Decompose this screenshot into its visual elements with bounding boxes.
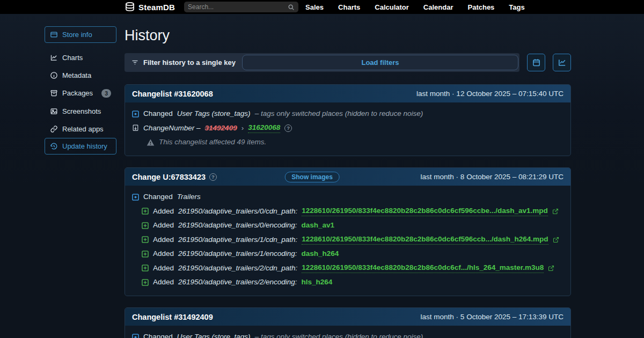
- sidebar-item-label: Packages: [62, 89, 93, 97]
- filter-row: Filter history to a single key Load filt…: [125, 53, 571, 72]
- load-filters-button[interactable]: Load filters: [242, 55, 518, 70]
- filter-bar: Filter history to a single key Load filt…: [125, 53, 519, 72]
- sidebar-item-label: Related apps: [62, 125, 104, 133]
- sidebar-item-charts[interactable]: Charts: [45, 49, 116, 67]
- added-line: Added261950/adaptive_trailers/1/encoding…: [142, 247, 564, 261]
- added-line: Added261950/adaptive_trailers/0/encoding…: [142, 218, 564, 232]
- warning-text: This changelist affected 49 items.: [159, 137, 266, 147]
- packages-count-badge: 3: [101, 89, 111, 98]
- added-prefix: Added: [153, 235, 174, 245]
- search-input[interactable]: [188, 3, 288, 11]
- page-title: History: [125, 27, 571, 44]
- added-value: dash_h264: [301, 249, 339, 259]
- sidebar-item-metadata[interactable]: Metadata: [45, 67, 116, 84]
- added-path: 261950/adaptive_trailers/1/encoding:: [178, 249, 297, 259]
- changed-note: – tags only switched places (hidden to r…: [255, 109, 423, 119]
- sidebar-item-label: Update history: [62, 142, 107, 150]
- changed-prefix: Changed: [143, 192, 173, 202]
- added-path: 261950/adaptive_trailers/0/cdn_path:: [178, 207, 297, 216]
- added-icon: [142, 251, 149, 258]
- added-icon: [142, 264, 149, 271]
- help-circle-icon[interactable]: ?: [284, 124, 292, 132]
- added-path: 261950/adaptive_trailers/2/encoding:: [178, 277, 297, 287]
- changelist-title: Change U:67833423?: [132, 173, 217, 181]
- changelist-timestamp: last month · 8 October 2025 – 08:21:29 U…: [421, 173, 564, 181]
- page-icon: [132, 124, 139, 132]
- nav-link-sales[interactable]: Sales: [305, 3, 324, 11]
- search-box: [184, 2, 298, 12]
- card-body: ChangedTrailersAdded261950/adaptive_trai…: [125, 186, 570, 296]
- changelist-title: Changelist #31492409: [132, 313, 213, 321]
- changed-icon: [132, 334, 139, 338]
- calendar-icon: [532, 58, 541, 67]
- added-line: Added261950/adaptive_trailers/0/cdn_path…: [142, 204, 564, 218]
- card-header: Changelist #31492409last month · 5 Octob…: [125, 308, 570, 326]
- added-value: hls_h264: [301, 277, 332, 287]
- added-path: 261950/adaptive_trailers/1/cdn_path:: [178, 235, 297, 245]
- nav-link-calculator[interactable]: Calculator: [375, 3, 409, 11]
- card-icon: [50, 31, 58, 39]
- changenumber-label: ChangeNumber –: [143, 123, 201, 133]
- changed-note: – tags only switched places (hidden to r…: [255, 332, 423, 338]
- changenumber-new-value[interactable]: 31620068: [248, 123, 280, 133]
- changelist-title: Changelist #31620068: [132, 90, 213, 98]
- calendar-view-button[interactable]: [527, 54, 545, 71]
- added-prefix: Added: [153, 207, 174, 216]
- card-body: ChangedUser Tags (store_tags)– tags only…: [125, 326, 570, 338]
- chart-icon: [50, 54, 58, 62]
- added-value: dash_av1: [301, 221, 334, 230]
- sidebar-item-label: Screenshots: [62, 107, 101, 115]
- sidebar-item-screenshots[interactable]: Screenshots: [45, 102, 116, 120]
- search-icon: [288, 4, 295, 11]
- changelist-card: Changelist #31492409last month · 5 Octob…: [125, 307, 571, 338]
- external-link-icon[interactable]: [552, 208, 559, 215]
- nav-link-charts[interactable]: Charts: [338, 3, 360, 11]
- help-circle-icon[interactable]: ?: [209, 173, 217, 181]
- nav-link-calendar[interactable]: Calendar: [423, 3, 453, 11]
- changed-subject: User Tags (store_tags): [177, 109, 251, 119]
- sidebar: Store infoChartsMetadataPackages3Screens…: [45, 26, 116, 338]
- history-cards: Changelist #31620068last month · 12 Octo…: [125, 84, 571, 338]
- external-link-icon[interactable]: [553, 237, 559, 243]
- changed-prefix: Changed: [143, 109, 173, 119]
- sidebar-item-related-apps[interactable]: Related apps: [45, 120, 116, 138]
- added-value-link[interactable]: 1228610/261950/833f4ec8820b28c2b86c0dc6c…: [302, 263, 544, 273]
- database-icon: [125, 2, 135, 12]
- steamdb-logo[interactable]: SteamDB: [125, 2, 175, 12]
- filter-label: Filter history to a single key: [131, 58, 236, 67]
- sidebar-item-label: Store info: [62, 31, 92, 39]
- changelist-card: Change U:67833423?Show imageslast month …: [125, 167, 571, 296]
- changenumber-separator: ›: [241, 123, 244, 133]
- changelist-title-text: Changelist #31620068: [132, 90, 213, 98]
- added-value-link[interactable]: 1228610/261950/833f4ec8820b28c2b86c0dc6c…: [302, 234, 548, 245]
- changed-line: ChangedUser Tags (store_tags)– tags only…: [132, 107, 564, 121]
- changenumber-line: ChangeNumber –31492409›31620068?: [132, 121, 564, 135]
- changed-subject: User Tags (store_tags): [177, 332, 251, 338]
- sidebar-item-store-info[interactable]: Store info: [45, 26, 116, 43]
- added-path: 261950/adaptive_trailers/2/cdn_path:: [178, 263, 297, 273]
- changed-icon: [132, 111, 139, 117]
- main-content: History Filter history to a single key L…: [125, 26, 571, 338]
- changelist-card: Changelist #31620068last month · 12 Octo…: [125, 84, 571, 156]
- warning-line: This changelist affected 49 items.: [147, 135, 564, 149]
- sidebar-item-packages[interactable]: Packages3: [45, 84, 116, 102]
- added-icon: [142, 236, 149, 243]
- sidebar-item-update-history[interactable]: Update history: [45, 138, 116, 155]
- external-link-icon[interactable]: [548, 265, 554, 271]
- link-icon: [50, 125, 58, 133]
- added-prefix: Added: [153, 249, 174, 259]
- warn-icon: [147, 139, 155, 146]
- chart-view-button[interactable]: [553, 54, 571, 71]
- added-prefix: Added: [153, 221, 174, 230]
- show-images-button[interactable]: Show images: [284, 172, 340, 182]
- info-icon: [50, 71, 58, 79]
- added-line: Added261950/adaptive_trailers/1/cdn_path…: [142, 232, 564, 247]
- added-value-link[interactable]: 1228610/261950/833f4ec8820b28c2b86c0dc6c…: [302, 206, 548, 216]
- nav-link-tags[interactable]: Tags: [509, 3, 524, 11]
- nav-link-patches[interactable]: Patches: [467, 3, 494, 11]
- changed-icon: [132, 194, 139, 201]
- brand-name: SteamDB: [138, 3, 175, 12]
- changed-subject: Trailers: [177, 192, 201, 202]
- added-icon: [142, 222, 149, 229]
- changenumber-old-value: 31492409: [205, 123, 237, 133]
